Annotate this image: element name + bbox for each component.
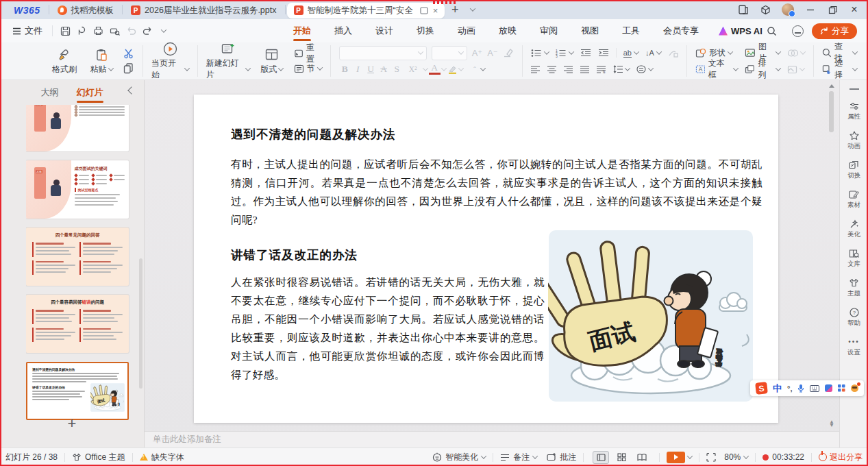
arrange-button[interactable]: 排列 bbox=[745, 62, 780, 76]
play-from-current-button[interactable]: 当页开始 bbox=[151, 41, 189, 81]
tab-slideshow[interactable]: 放映 bbox=[487, 19, 528, 42]
user-avatar[interactable] bbox=[782, 3, 794, 16]
tab-view[interactable]: 视图 bbox=[569, 19, 610, 42]
ime-mode-chinese[interactable]: 中 bbox=[773, 382, 782, 395]
tab-docer-templates[interactable]: 找稻壳模板 bbox=[51, 3, 121, 19]
rail-item-library[interactable]: 文库 bbox=[847, 248, 860, 269]
tab-tools[interactable]: 工具 bbox=[610, 19, 652, 42]
print-icon[interactable] bbox=[90, 23, 106, 38]
tab-document-active[interactable]: P 智能制造学院第十三周“安全 × bbox=[287, 3, 445, 19]
slide-layout-button[interactable]: 版式 bbox=[257, 47, 287, 75]
splitter-handle-icon[interactable]: ▲▼ bbox=[828, 420, 835, 427]
workspace-icon[interactable] bbox=[738, 4, 749, 15]
wps-ai-button[interactable]: WPS AI bbox=[719, 26, 762, 36]
search-icon[interactable] bbox=[764, 23, 780, 38]
tab-home[interactable]: 开始 bbox=[282, 19, 323, 42]
tab-pin-icon[interactable] bbox=[420, 7, 428, 14]
rail-item-transition[interactable]: 切换 bbox=[847, 160, 860, 180]
play-options-chevron-icon[interactable] bbox=[687, 453, 693, 458]
outline-tab[interactable]: 大纲 bbox=[41, 80, 59, 105]
tab-document-1[interactable]: P 2026届毕业生就业指导云服务.pptx bbox=[124, 3, 283, 19]
align-left-button[interactable] bbox=[531, 66, 541, 73]
background-icon[interactable] bbox=[787, 62, 805, 76]
tab-wps-home[interactable]: W365 bbox=[7, 3, 47, 19]
tab-member[interactable]: 会员专享 bbox=[652, 19, 710, 42]
feedback-icon[interactable] bbox=[792, 25, 804, 37]
decrease-font-icon[interactable]: A⁻ bbox=[487, 48, 498, 58]
scroll-up-icon[interactable] bbox=[829, 84, 834, 88]
tab-design[interactable]: 设计 bbox=[364, 19, 405, 42]
components-cube-icon[interactable] bbox=[760, 4, 771, 15]
close-button[interactable]: × bbox=[849, 4, 860, 15]
slide-thumbnail-22[interactable] bbox=[26, 105, 129, 151]
tab-transition[interactable]: 切换 bbox=[405, 19, 446, 42]
merge-shapes-icon[interactable] bbox=[787, 46, 805, 60]
phonetic-guide-button[interactable]: 寅̂ bbox=[464, 65, 480, 73]
superscript-button[interactable]: X² bbox=[404, 65, 422, 73]
slide-heading-1[interactable]: 遇到不清楚的问题及解决办法 bbox=[231, 126, 396, 143]
slide-paragraph-1[interactable]: 有时，主试人提出的问题，应试者听后会不知怎么答，你可以婉转的问主试人是否指某方面… bbox=[231, 155, 762, 229]
text-shadow-button[interactable]: S bbox=[391, 64, 403, 75]
smart-beautify-button[interactable]: 智能美化 bbox=[432, 452, 486, 463]
select-button[interactable]: 选择 bbox=[822, 62, 857, 76]
ime-keyboard-icon[interactable] bbox=[810, 385, 819, 392]
underline-button[interactable]: U bbox=[365, 64, 377, 75]
highlight-color-button[interactable] bbox=[447, 64, 458, 74]
canvas-scrollbar[interactable]: ▲▼ bbox=[828, 83, 836, 428]
tab-insert[interactable]: 插入 bbox=[323, 19, 364, 42]
slides-tab[interactable]: 幻灯片 bbox=[77, 80, 103, 105]
interview-cartoon-image[interactable] bbox=[548, 230, 754, 405]
theme-button[interactable]: Office 主题 bbox=[72, 452, 125, 463]
paragraph-spacing-button[interactable] bbox=[636, 62, 653, 76]
section-button[interactable]: 节 bbox=[294, 62, 322, 75]
convert-smartart-icon[interactable] bbox=[668, 46, 678, 60]
justify-button[interactable] bbox=[580, 66, 590, 73]
exit-share-button[interactable]: 退出分享 bbox=[819, 452, 863, 463]
share-button[interactable]: 分享 bbox=[812, 23, 857, 39]
increase-indent-button[interactable] bbox=[598, 46, 609, 60]
slide-thumbnail-23[interactable]: 23 成功面试的关键词 面试过程要点 bbox=[26, 160, 129, 219]
clear-format-icon[interactable] bbox=[503, 48, 514, 58]
slide-thumbnail-26-selected[interactable]: 26 遇到不清楚的问题及解决办法 讲错了话及改正的办法 bbox=[26, 362, 129, 420]
slide-thumbnail-25[interactable]: 25 四个最容易回答错误的问题 bbox=[26, 295, 129, 353]
slide-heading-2[interactable]: 讲错了话及改正的办法 bbox=[231, 247, 358, 263]
ime-emoji-icon[interactable] bbox=[851, 384, 858, 392]
export-pdf-icon[interactable] bbox=[73, 23, 90, 38]
strikethrough-button[interactable]: A bbox=[378, 64, 390, 75]
rail-item-settings[interactable]: ••• 设置 bbox=[847, 336, 860, 357]
minimize-button[interactable] bbox=[805, 4, 816, 15]
redo-icon[interactable] bbox=[139, 23, 156, 38]
add-slide-button[interactable]: + bbox=[0, 415, 144, 432]
font-size-select[interactable] bbox=[432, 46, 467, 60]
current-slide[interactable]: 遇到不清楚的问题及解决办法 有时，主试人提出的问题，应试者听后会不知怎么答，你可… bbox=[194, 95, 778, 423]
notes-bar[interactable]: 单击此处添加备注 bbox=[145, 431, 839, 447]
undo-icon[interactable] bbox=[123, 23, 139, 38]
ime-toolbox-icon[interactable] bbox=[838, 384, 845, 392]
collapse-rail-icon[interactable] bbox=[850, 88, 859, 90]
quickbar-more-chevron-icon[interactable] bbox=[156, 23, 172, 38]
new-tab-button[interactable]: + bbox=[447, 2, 462, 17]
distribute-button[interactable]: ⇅ bbox=[597, 66, 606, 73]
reading-view-button[interactable] bbox=[634, 451, 650, 464]
format-painter-button[interactable]: 格式刷 bbox=[49, 47, 79, 75]
ime-punctuation-icon[interactable]: °, bbox=[787, 384, 792, 393]
restore-button[interactable] bbox=[827, 4, 838, 15]
cut-button[interactable] bbox=[123, 47, 134, 60]
file-menu[interactable]: 文件 bbox=[7, 25, 48, 37]
sogou-logo-icon[interactable]: S bbox=[755, 382, 768, 395]
paste-button[interactable]: 粘贴 bbox=[86, 47, 116, 75]
bold-button[interactable]: B bbox=[339, 64, 351, 75]
rail-item-animation[interactable]: 动画 bbox=[847, 130, 860, 151]
tab-animation[interactable]: 动画 bbox=[446, 19, 487, 42]
save-icon[interactable] bbox=[57, 23, 73, 38]
italic-button[interactable]: I bbox=[352, 64, 364, 75]
font-family-select[interactable] bbox=[339, 46, 427, 60]
play-slideshow-button[interactable] bbox=[667, 452, 685, 463]
collapse-panel-icon[interactable] bbox=[127, 86, 135, 94]
panel-scrollbar[interactable] bbox=[139, 258, 142, 389]
decrease-indent-button[interactable] bbox=[580, 46, 591, 60]
text-direction-button[interactable]: ab bbox=[623, 46, 638, 60]
tab-list-chevron-icon[interactable] bbox=[465, 2, 480, 17]
reset-slide-button[interactable]: 重置 bbox=[294, 47, 322, 60]
rail-item-help[interactable]: ? 帮助 bbox=[847, 307, 860, 328]
